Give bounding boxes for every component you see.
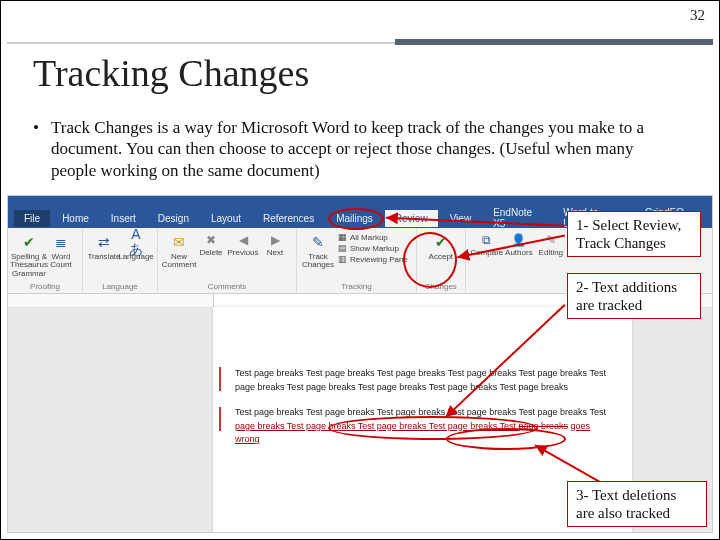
- page-number: 32: [690, 7, 705, 24]
- deletecomment-button[interactable]: ✖ Delete: [198, 232, 224, 257]
- callout-2: 2- Text additions are tracked: [567, 273, 701, 319]
- doc-paragraph-2: Test page breaks Test page breaks Test p…: [235, 406, 614, 447]
- tab-insert[interactable]: Insert: [101, 210, 146, 227]
- showmarkup-dropdown[interactable]: ▤Show Markup: [337, 243, 399, 253]
- markup-icon: ▦: [337, 232, 347, 242]
- callout-1: 1- Select Review, Track Changes: [567, 211, 701, 257]
- callout-3: 3- Text deletions are also tracked: [567, 481, 707, 527]
- spelling-button[interactable]: ✔ Spelling & Thesaurus Grammar: [16, 232, 42, 278]
- wordcount-button[interactable]: ≣ Word Count: [48, 232, 74, 270]
- compare-button[interactable]: ⧉ Compare: [474, 232, 500, 257]
- accept-label: Accept: [429, 253, 453, 261]
- slide-title: Tracking Changes: [33, 51, 309, 95]
- group-compare: ⧉ Compare 👤 Authors ✎ Editing: [466, 228, 572, 293]
- spelling-label: Spelling & Thesaurus Grammar: [10, 253, 48, 278]
- tab-mailings[interactable]: Mailings: [326, 210, 383, 227]
- tab-view[interactable]: View: [440, 210, 482, 227]
- editing-icon: ✎: [543, 232, 559, 248]
- reviewpane-dropdown[interactable]: ▥Reviewing Pane: [337, 254, 408, 264]
- group-comments: ✉ New Comment ✖ Delete ◀ Previous ▶ Next: [158, 228, 297, 293]
- group-compare-label: [518, 282, 520, 291]
- authors-icon: 👤: [511, 232, 527, 248]
- prev-icon: ◀: [235, 232, 251, 248]
- delete-label: Delete: [199, 249, 222, 257]
- translate-button[interactable]: ⇄ Translate: [91, 232, 117, 261]
- authors-button[interactable]: 👤 Authors: [506, 232, 532, 257]
- group-tracking: ✎ Track Changes ▦All Markup ▤Show Markup…: [297, 228, 417, 293]
- accept-button[interactable]: ✔ Accept: [428, 232, 454, 261]
- header-rule: [7, 39, 713, 45]
- group-language: ⇄ Translate Aあ Language Language: [83, 228, 158, 293]
- editing-label: Editing: [539, 249, 563, 257]
- tab-references[interactable]: References: [253, 210, 324, 227]
- newcomment-button[interactable]: ✉ New Comment: [166, 232, 192, 270]
- language-icon: Aあ: [126, 232, 146, 252]
- authors-label: Authors: [505, 249, 533, 257]
- accept-icon: ✔: [431, 232, 451, 252]
- newcomment-label: New Comment: [162, 253, 197, 270]
- slide: 32 Tracking Changes •Track Changes is a …: [0, 0, 720, 540]
- compare-icon: ⧉: [479, 232, 495, 248]
- nextcomment-button[interactable]: ▶ Next: [262, 232, 288, 257]
- language-label: Language: [118, 253, 154, 261]
- doc-paragraph-1: Test page breaks Test page breaks Test p…: [235, 367, 614, 394]
- group-changes: ✔ Accept Changes: [417, 228, 466, 293]
- tracked-deletion: page breaks: [519, 421, 569, 431]
- group-tracking-label: Tracking: [341, 282, 371, 291]
- translate-icon: ⇄: [94, 232, 114, 252]
- editing-button[interactable]: ✎ Editing: [538, 232, 564, 257]
- wordcount-label: Word Count: [48, 253, 74, 270]
- prevcomment-button[interactable]: ◀ Previous: [230, 232, 256, 257]
- group-language-label: Language: [102, 282, 138, 291]
- delete-icon: ✖: [203, 232, 219, 248]
- showmarkup-icon: ▤: [337, 243, 347, 253]
- language-button[interactable]: Aあ Language: [123, 232, 149, 261]
- trackchanges-label: Track Changes: [302, 253, 334, 270]
- bullet-text: •Track Changes is a way for Microsoft Wo…: [33, 117, 687, 181]
- reviewpane-icon: ▥: [337, 254, 347, 264]
- trackchanges-button[interactable]: ✎ Track Changes: [305, 232, 331, 270]
- compare-label: Compare: [470, 249, 503, 257]
- allmarkup-dropdown[interactable]: ▦All Markup: [337, 232, 388, 242]
- next-label: Next: [267, 249, 283, 257]
- spellcheck-icon: ✔: [19, 232, 39, 252]
- prev-label: Previous: [227, 249, 258, 257]
- bullet-body: Track Changes is a way for Microsoft Wor…: [51, 117, 665, 181]
- group-proofing-label: Proofing: [30, 282, 60, 291]
- tab-review[interactable]: Review: [385, 210, 438, 227]
- tracked-insertion: page breaks Test page breaks Test page b…: [235, 421, 519, 431]
- group-proofing: ✔ Spelling & Thesaurus Grammar ≣ Word Co…: [8, 228, 83, 293]
- bullet-marker: •: [33, 117, 51, 138]
- tab-layout[interactable]: Layout: [201, 210, 251, 227]
- group-comments-label: Comments: [208, 282, 247, 291]
- tab-design[interactable]: Design: [148, 210, 199, 227]
- newcomment-icon: ✉: [169, 232, 189, 252]
- next-icon: ▶: [267, 232, 283, 248]
- tracking-options: ▦All Markup ▤Show Markup ▥Reviewing Pane: [337, 232, 408, 264]
- tab-file[interactable]: File: [14, 210, 50, 227]
- tab-home[interactable]: Home: [52, 210, 99, 227]
- group-changes-label: Changes: [425, 282, 457, 291]
- trackchanges-icon: ✎: [308, 232, 328, 252]
- wordcount-icon: ≣: [51, 232, 71, 252]
- translate-label: Translate: [87, 253, 120, 261]
